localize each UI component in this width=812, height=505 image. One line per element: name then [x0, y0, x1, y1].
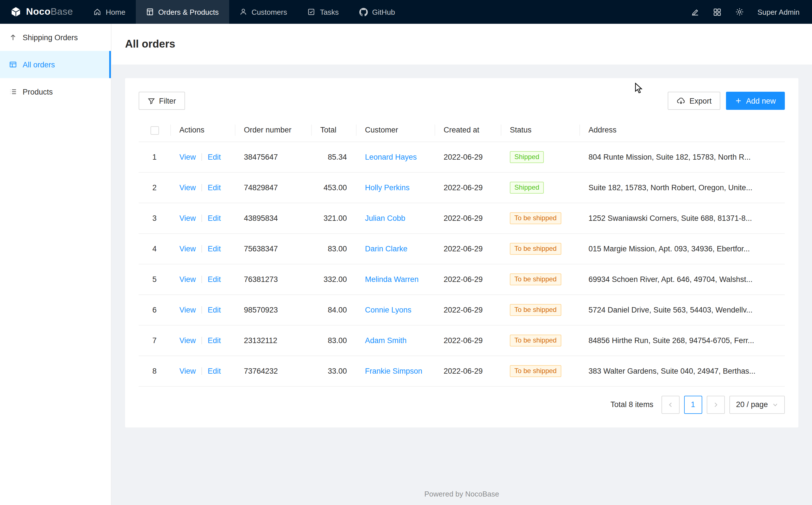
ui-editor-pen-icon[interactable] [691, 8, 699, 16]
address-cell: 1252 Swaniawski Corners, Suite 688, 8137… [579, 203, 785, 233]
row-index: 8 [139, 356, 170, 386]
nocobase-logo[interactable]: NocoBase [0, 0, 83, 24]
status-badge: Shipped [510, 151, 544, 163]
row-actions: ViewEdit [170, 356, 235, 386]
home-icon [93, 8, 101, 16]
customer-link[interactable]: Julian Cobb [365, 214, 405, 222]
order-number-cell: 38475647 [235, 142, 311, 172]
order-number-cell: 98570923 [235, 295, 311, 325]
nav-item-home[interactable]: Home [83, 0, 136, 24]
prev-page-button[interactable] [661, 396, 679, 414]
next-page-button[interactable] [707, 396, 725, 414]
body-layout: Shipping Orders All orders Products All … [0, 24, 812, 505]
settings-gear-icon[interactable] [735, 7, 744, 16]
edit-link[interactable]: Edit [208, 214, 221, 222]
table-row: 7 ViewEdit 23132112 83.00 Adam Smith 202… [139, 325, 785, 356]
actions-divider [202, 276, 202, 283]
table-row: 3 ViewEdit 43895834 321.00 Julian Cobb 2… [139, 203, 785, 233]
row-actions: ViewEdit [170, 203, 235, 233]
view-link[interactable]: View [179, 214, 196, 222]
edit-link[interactable]: Edit [208, 183, 221, 192]
customer-cell: Adam Smith [356, 325, 435, 356]
order-number-cell: 76381273 [235, 264, 311, 295]
view-link[interactable]: View [179, 367, 196, 375]
status-badge: Shipped [510, 182, 544, 194]
status-cell: Shipped [501, 172, 579, 203]
row-actions: ViewEdit [170, 264, 235, 295]
sidebar-item-all-orders[interactable]: All orders [0, 51, 111, 78]
content-area: Filter Export [111, 64, 812, 505]
edit-link[interactable]: Edit [208, 336, 221, 345]
order-number-cell: 75638347 [235, 233, 311, 264]
table-row: 4 ViewEdit 75638347 83.00 Darin Clarke 2… [139, 233, 785, 264]
created-at-cell: 2022-06-29 [435, 142, 501, 172]
address-cell: 804 Runte Mission, Suite 182, 15783, Nor… [579, 142, 785, 172]
edit-link[interactable]: Edit [208, 153, 221, 161]
pagination-total: Total 8 items [610, 400, 653, 409]
plugins-blocks-icon[interactable] [713, 8, 721, 16]
customer-link[interactable]: Darin Clarke [365, 244, 408, 253]
status-badge: To be shipped [510, 335, 561, 346]
page-size-select[interactable]: 20 / page [729, 396, 785, 414]
sidebar-item-shipping-orders[interactable]: Shipping Orders [0, 24, 111, 51]
row-index: 1 [139, 142, 170, 172]
customer-link[interactable]: Adam Smith [365, 336, 407, 345]
select-all-checkbox[interactable] [150, 126, 159, 135]
page-title: All orders [125, 38, 175, 50]
total-cell: 321.00 [311, 203, 356, 233]
customer-cell: Frankie Simpson [356, 356, 435, 386]
actions-divider [202, 306, 202, 314]
page-1-button[interactable]: 1 [684, 396, 702, 414]
edit-link[interactable]: Edit [208, 367, 221, 375]
chevron-right-icon [713, 402, 718, 407]
customer-link[interactable]: Holly Perkins [365, 183, 410, 192]
actions-divider [202, 214, 202, 222]
actions-divider [202, 337, 202, 344]
created-at-cell: 2022-06-29 [435, 295, 501, 325]
total-cell: 33.00 [311, 356, 356, 386]
add-new-button[interactable]: Add new [726, 92, 785, 110]
nav-item-orders-products[interactable]: Orders & Products [136, 0, 229, 24]
nav-item-customers[interactable]: Customers [229, 0, 297, 24]
customer-link[interactable]: Connie Lyons [365, 306, 412, 314]
logo-text-bold: Noco [26, 6, 51, 17]
orders-table: Actions Order number Total Customer Crea… [139, 119, 785, 387]
address-cell: 015 Margie Mission, Apt. 093, 34936, Ebe… [579, 233, 785, 264]
customer-link[interactable]: Melinda Warren [365, 275, 419, 284]
address-cell: 69934 Schoen River, Apt. 646, 49704, Wal… [579, 264, 785, 295]
view-link[interactable]: View [179, 153, 196, 161]
filter-button[interactable]: Filter [139, 92, 185, 110]
status-cell: To be shipped [501, 203, 579, 233]
current-user-menu[interactable]: Super Admin [757, 8, 800, 16]
nav-item-github[interactable]: GitHub [349, 0, 405, 24]
main-nav: Home Orders & Products Customers Tasks [83, 0, 405, 24]
edit-link[interactable]: Edit [208, 306, 221, 314]
customer-link[interactable]: Leonard Hayes [365, 153, 417, 161]
edit-link[interactable]: Edit [208, 275, 221, 284]
edit-link[interactable]: Edit [208, 244, 221, 253]
nav-label: Tasks [320, 8, 339, 16]
view-link[interactable]: View [179, 244, 196, 253]
view-link[interactable]: View [179, 183, 196, 192]
address-cell: 5724 Daniel Drive, Suite 563, 54403, Wen… [579, 295, 785, 325]
actions-divider [202, 153, 202, 161]
view-link[interactable]: View [179, 336, 196, 345]
row-actions: ViewEdit [170, 325, 235, 356]
orders-products-icon [146, 8, 154, 16]
customers-icon [239, 8, 247, 16]
customer-link[interactable]: Frankie Simpson [365, 367, 423, 375]
row-actions: ViewEdit [170, 142, 235, 172]
total-cell: 83.00 [311, 233, 356, 264]
sidebar-item-products[interactable]: Products [0, 78, 111, 105]
view-link[interactable]: View [179, 306, 196, 314]
plus-icon [735, 98, 742, 104]
status-cell: Shipped [501, 142, 579, 172]
status-badge: To be shipped [510, 274, 561, 285]
export-button[interactable]: Export [668, 92, 721, 110]
customer-cell: Darin Clarke [356, 233, 435, 264]
view-link[interactable]: View [179, 275, 196, 284]
row-index: 5 [139, 264, 170, 295]
orders-table-icon [9, 60, 17, 68]
table-row: 5 ViewEdit 76381273 332.00 Melinda Warre… [139, 264, 785, 295]
nav-item-tasks[interactable]: Tasks [297, 0, 349, 24]
